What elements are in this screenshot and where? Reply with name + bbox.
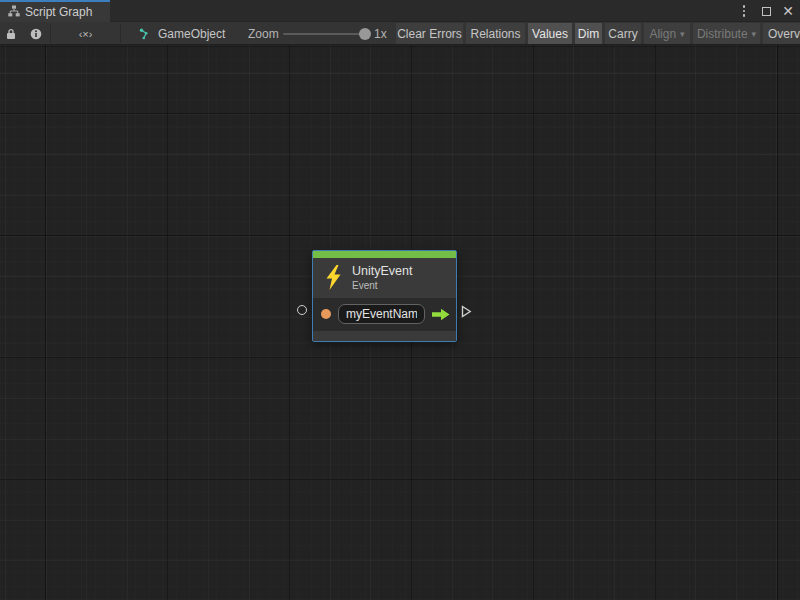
window-controls: ✕ [736,0,796,22]
unity-event-node[interactable]: UnityEvent Event [312,250,457,342]
code-icon: ‹×› [79,28,93,40]
align-dropdown-button[interactable]: Align▾ [644,23,690,44]
info-icon [30,28,42,40]
node-subtitle: Event [352,280,412,291]
info-button[interactable] [22,23,50,44]
node-accent-bar [313,251,456,258]
button-label: Clear Errors [397,27,462,41]
target-label: GameObject [158,27,225,41]
node-footer [313,330,456,341]
button-label: Overview [768,27,800,41]
tab-title: Script Graph [25,4,92,19]
button-label: Dim [578,27,599,41]
chevron-down-icon: ▾ [680,29,685,39]
tab-script-graph[interactable]: Script Graph [0,0,110,22]
zoom-label: Zoom [248,22,279,45]
menu-icon[interactable] [736,3,752,19]
carry-toggle-button[interactable]: Carry [605,23,641,44]
target-gameobject-button[interactable]: GameObject [133,23,231,44]
overview-button[interactable]: Overview [763,23,800,44]
close-icon[interactable]: ✕ [780,3,796,19]
button-label: Distribute [697,27,748,41]
button-label: Align [649,27,676,41]
lock-button[interactable] [0,23,22,44]
event-name-input-port[interactable] [321,309,331,319]
button-label: Carry [608,27,637,41]
button-label: Values [532,27,568,41]
graph-toolbar: ‹×› GameObject Zoom 1x Clear Errors Rela… [0,22,800,45]
zoom-slider-handle[interactable] [359,28,371,40]
clear-errors-button[interactable]: Clear Errors [396,23,463,44]
trigger-arrow-icon[interactable] [432,308,450,321]
value-input-port[interactable] [297,305,307,315]
maximize-icon[interactable] [758,3,774,19]
distribute-dropdown-button[interactable]: Distribute▾ [693,23,760,44]
chevron-down-icon: ▾ [752,29,757,39]
node-header[interactable]: UnityEvent Event [313,258,456,298]
graph-canvas[interactable]: UnityEvent Event [0,45,800,600]
node-port-row [313,298,456,330]
lightning-bolt-icon [325,265,342,290]
tab-active-indicator [0,0,110,2]
flow-output-port[interactable] [461,304,472,322]
script-graph-icon [8,5,20,17]
event-name-field[interactable] [338,304,425,324]
lock-icon [6,28,16,40]
gameobject-icon [139,28,152,40]
code-view-button[interactable]: ‹×› [51,23,120,44]
titlebar: Script Graph ✕ [0,0,800,22]
dim-toggle-button[interactable]: Dim [575,23,602,44]
values-toggle-button[interactable]: Values [528,23,572,44]
node-title: UnityEvent [352,264,412,278]
zoom-value: 1x [374,22,387,45]
toolbar-separator [120,24,121,43]
relations-button[interactable]: Relations [466,23,525,44]
zoom-slider[interactable] [283,33,365,35]
script-graph-window: Script Graph ✕ [0,0,800,600]
button-label: Relations [470,27,520,41]
